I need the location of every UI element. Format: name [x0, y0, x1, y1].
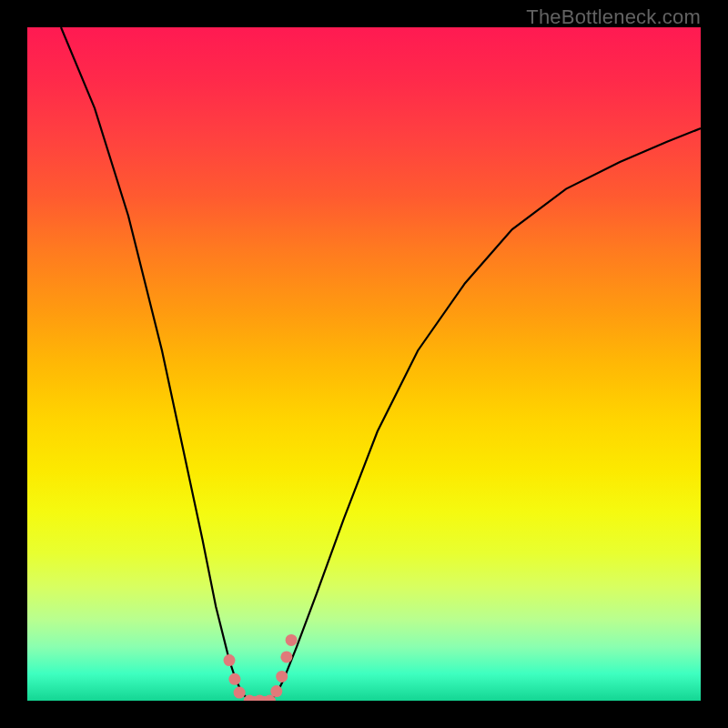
- curve-marker: [276, 671, 288, 682]
- curve-marker: [254, 695, 266, 702]
- curve-svg: [27, 27, 701, 701]
- curve-marker: [286, 634, 298, 646]
- curve-marker: [224, 654, 236, 666]
- marker-group: [224, 634, 298, 701]
- curve-marker: [270, 685, 282, 697]
- curve-marker: [280, 651, 292, 662]
- curve-marker: [228, 673, 240, 685]
- plot-area: [27, 27, 701, 701]
- watermark-text: TheBottleneck.com: [526, 5, 701, 29]
- curve-marker: [234, 687, 246, 699]
- chart-frame: TheBottleneck.com: [0, 0, 728, 728]
- bottleneck-curve: [61, 27, 701, 701]
